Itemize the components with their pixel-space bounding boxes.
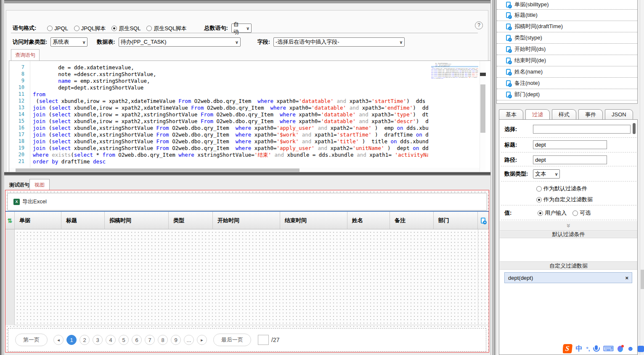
- field-list-item-4[interactable]: 开始时间(ds): [497, 44, 637, 55]
- keyboard-icon[interactable]: ⌨: [603, 344, 614, 353]
- tab-过滤[interactable]: 过滤: [525, 109, 550, 119]
- tab-基本[interactable]: 基本: [499, 109, 523, 119]
- custom-filter-chip[interactable]: dept(dept)×: [504, 272, 632, 283]
- filter-mode-option-1[interactable]: 作为自定义过滤数据: [536, 196, 637, 203]
- grid-header-cell[interactable]: 标题: [61, 212, 105, 229]
- code-line: from: [33, 91, 428, 98]
- format-radio-1[interactable]: JPQL脚本: [74, 25, 106, 32]
- radio-icon[interactable]: [111, 26, 117, 31]
- add-field-icon[interactable]: [481, 218, 485, 224]
- pager-page-6[interactable]: 6: [132, 335, 142, 345]
- skin-palette-icon[interactable]: [617, 346, 623, 352]
- pager-page-8[interactable]: 8: [158, 335, 168, 345]
- filter-dtype-select[interactable]: 文本 ∨: [533, 169, 560, 179]
- sql-code-editor[interactable]: 789101112131415161718192021 de = dde.xda…: [9, 60, 491, 173]
- page-scrollbar[interactable]: [640, 0, 644, 355]
- editor-vertical-scrollbar[interactable]: [480, 61, 485, 173]
- access-type-select[interactable]: 系统表 ∨: [50, 37, 87, 47]
- sogou-logo-icon[interactable]: S: [563, 344, 572, 353]
- code-line: order by draftTime desc: [33, 158, 428, 165]
- pager-page-...[interactable]: ...: [184, 335, 194, 345]
- ime-punctuation-icon[interactable]: °,: [586, 346, 590, 352]
- query-statement-tab[interactable]: 查询语句: [11, 49, 40, 60]
- grid-header-cell[interactable]: 姓名: [347, 212, 390, 229]
- editor-minimap[interactable]: de = dde.xdatetimevalue, note =ddescr.xs…: [431, 63, 478, 87]
- radio-icon[interactable]: [536, 197, 542, 202]
- pager-last-button[interactable]: 最后一页: [213, 334, 251, 346]
- radio-icon[interactable]: [538, 210, 543, 216]
- line-number: 8: [9, 71, 29, 78]
- field-list-item-0[interactable]: 单据(sbilltype): [497, 0, 637, 10]
- code-line: where exists(select * from O2web.dbo.qry…: [33, 152, 428, 158]
- filter-select-input[interactable]: [533, 125, 631, 134]
- count-statement-select[interactable]: 自动 ∨: [231, 24, 252, 33]
- pager-page-5[interactable]: 5: [119, 335, 129, 345]
- pager-page-3[interactable]: 3: [93, 335, 103, 345]
- filter-value-option-0[interactable]: 用户输入: [538, 209, 567, 217]
- pager-page-2[interactable]: 2: [80, 335, 90, 345]
- line-number: 17: [9, 131, 29, 138]
- tab-JSON[interactable]: JSON: [605, 109, 633, 119]
- pager-page-9[interactable]: 9: [171, 335, 181, 345]
- vertical-scroll-thumb[interactable]: [480, 84, 485, 133]
- toolbox-grid-icon[interactable]: [638, 346, 644, 352]
- field-list-item-3[interactable]: 类型(stype): [497, 32, 637, 44]
- radio-icon[interactable]: [572, 210, 578, 216]
- field-label: 标题(title): [514, 11, 538, 19]
- grid-header-cell[interactable]: 开始时间: [213, 212, 280, 229]
- pager-prev-button[interactable]: ◂: [53, 335, 64, 345]
- field-list-item-1[interactable]: 标题(title): [497, 10, 637, 21]
- radio-icon[interactable]: [536, 186, 542, 192]
- format-radio-2[interactable]: 原生SQL: [111, 25, 140, 32]
- field-select[interactable]: -选择后在语句中插入字段- ∨: [273, 37, 405, 47]
- filter-title-input[interactable]: [533, 140, 607, 149]
- format-radio-3[interactable]: 原生SQL脚本: [146, 25, 186, 32]
- field-label: 类型(stype): [514, 34, 542, 42]
- field-list-item-8[interactable]: 部门(dept): [497, 89, 637, 100]
- grid-header-cell[interactable]: 类型: [169, 212, 213, 229]
- pager-page-4[interactable]: 4: [106, 335, 116, 345]
- filter-path-input[interactable]: [533, 155, 607, 164]
- emoji-icon[interactable]: ☻: [627, 345, 634, 352]
- filter-value-options: 用户输入可选: [538, 209, 591, 217]
- pager-next-button[interactable]: ▸: [197, 335, 207, 345]
- vertical-splitter[interactable]: [490, 0, 496, 355]
- grid-header-cell[interactable]: 部门: [434, 212, 478, 229]
- field-list-item-6[interactable]: 姓名(name): [497, 66, 637, 78]
- minimap-slider[interactable]: [480, 73, 486, 76]
- field-list-item-5[interactable]: 结束时间(de): [497, 55, 637, 66]
- field-label: 单据(sbilltype): [514, 1, 549, 8]
- ime-language-mode[interactable]: 中: [576, 344, 583, 353]
- grid-header-cell[interactable]: 结束时间: [280, 212, 347, 229]
- pager-page-input[interactable]: [258, 335, 269, 345]
- filter-value-option-1[interactable]: 可选: [572, 209, 591, 217]
- format-radio-0[interactable]: JPQL: [47, 25, 68, 32]
- grid-header-cell[interactable]: 备注: [390, 212, 434, 229]
- data-table-select[interactable]: 待办(PP_C_TASK) ∨: [119, 37, 241, 47]
- filter-mode-option-0[interactable]: 作为默认过滤条件: [536, 185, 637, 192]
- microphone-icon[interactable]: [595, 345, 598, 350]
- horizontal-splitter[interactable]: [4, 172, 490, 176]
- page-scroll-thumb[interactable]: [641, 270, 644, 289]
- chip-close-icon[interactable]: ×: [625, 275, 628, 281]
- tab-view[interactable]: 视图: [29, 179, 50, 190]
- refresh-icon[interactable]: ⇄: [6, 218, 13, 223]
- radio-icon[interactable]: [146, 26, 152, 31]
- pager-page-1[interactable]: 1: [66, 335, 77, 345]
- collapse-bar[interactable]: »: [500, 221, 637, 229]
- radio-icon[interactable]: [74, 26, 80, 31]
- tab-事件[interactable]: 事件: [578, 109, 603, 119]
- pager-page-7[interactable]: 7: [145, 335, 155, 345]
- grid-add-column-cell[interactable]: [478, 212, 489, 229]
- radio-icon[interactable]: [47, 26, 53, 31]
- code-line: join (select xbundle,xstringShortValue F…: [33, 125, 428, 131]
- grid-header-cell[interactable]: 拟稿时间: [105, 212, 169, 229]
- pager-first-button[interactable]: 第一页: [15, 334, 48, 346]
- grid-header-cell[interactable]: 单据: [15, 212, 61, 229]
- field-list-item-2[interactable]: 拟稿时间(draftTime): [497, 21, 637, 32]
- export-excel-button[interactable]: X 导出Excel: [7, 193, 487, 210]
- grid-refresh-cell[interactable]: ⇄: [5, 212, 15, 229]
- field-list-item-7[interactable]: 备注(note): [497, 78, 637, 89]
- tab-样式[interactable]: 样式: [552, 109, 576, 119]
- help-icon[interactable]: ?: [475, 21, 483, 29]
